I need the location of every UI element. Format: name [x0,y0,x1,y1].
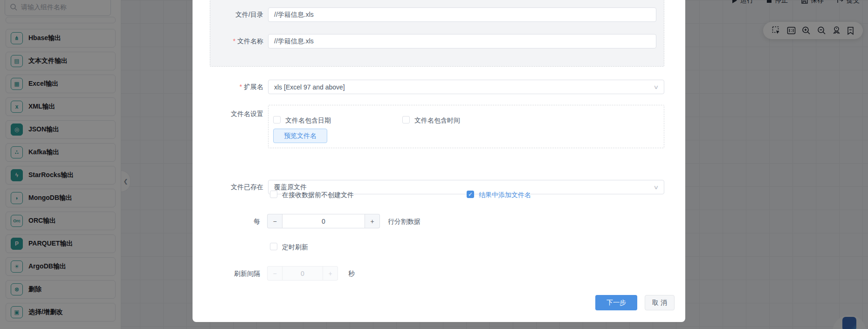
add-filename-to-result-label: 结果中添加文件名 [479,191,531,199]
chevron-down-icon: ∨ [653,84,659,90]
split-rows-value[interactable]: 0 [282,214,365,228]
include-date-checkbox[interactable] [273,116,281,123]
preview-filename-button[interactable]: 预览文件名 [273,129,327,143]
check-icon: ✓ [468,191,473,198]
next-step-button[interactable]: 下一步 [595,295,637,310]
split-every-prefix: 每 [193,218,260,226]
file-exists-label: 文件已存在 [193,183,263,192]
no-create-before-receive-label: 在接收数据前不创建文件 [282,191,354,199]
stepper-minus-button[interactable]: − [267,214,282,228]
split-rows-stepper: − 0 + [267,214,380,228]
scheduled-refresh-checkbox[interactable] [270,243,277,250]
split-every-suffix: 行分割数据 [388,218,420,226]
stepper-minus-button: − [267,266,282,281]
file-name-label: 文件名称 [193,37,263,46]
refresh-interval-label: 刷新间隔 [193,270,260,278]
file-exists-value: 覆盖原文件 [274,183,307,192]
app-canvas: 运行 停止 保存 提交 ⋔Hbase输出▤文本文件输出▦Excel输出xXML输… [0,0,868,329]
excel-output-dialog: 文件/目录 文件名称 扩展名 xls [Excel 97 and above] … [193,0,685,322]
chevron-down-icon: ∨ [653,184,659,191]
scheduled-refresh-label: 定时刷新 [282,243,308,252]
include-time-label: 文件名包含时间 [414,117,460,125]
refresh-interval-value: 0 [282,266,323,281]
cancel-button[interactable]: 取 消 [645,295,675,310]
stepper-plus-button: + [323,266,338,281]
add-filename-to-result-checkbox[interactable]: ✓ [467,191,474,198]
no-create-before-receive-checkbox[interactable] [270,191,277,198]
include-time-checkbox[interactable] [402,116,410,123]
refresh-interval-unit: 秒 [348,270,355,278]
filename-settings-label: 文件名设置 [193,110,263,118]
stepper-plus-button[interactable]: + [365,214,380,228]
file-name-input[interactable] [268,34,656,48]
extension-label: 扩展名 [193,83,263,91]
extension-select[interactable]: xls [Excel 97 and above] ∨ [268,80,664,94]
filename-settings-box: 文件名包含日期 文件名包含时间 预览文件名 [268,105,664,148]
extension-value: xls [Excel 97 and above] [274,83,345,91]
include-date-label: 文件名包含日期 [285,117,331,125]
file-dir-label: 文件/目录 [193,11,263,19]
file-dir-input[interactable] [268,7,656,22]
refresh-interval-stepper: − 0 + [267,266,338,281]
